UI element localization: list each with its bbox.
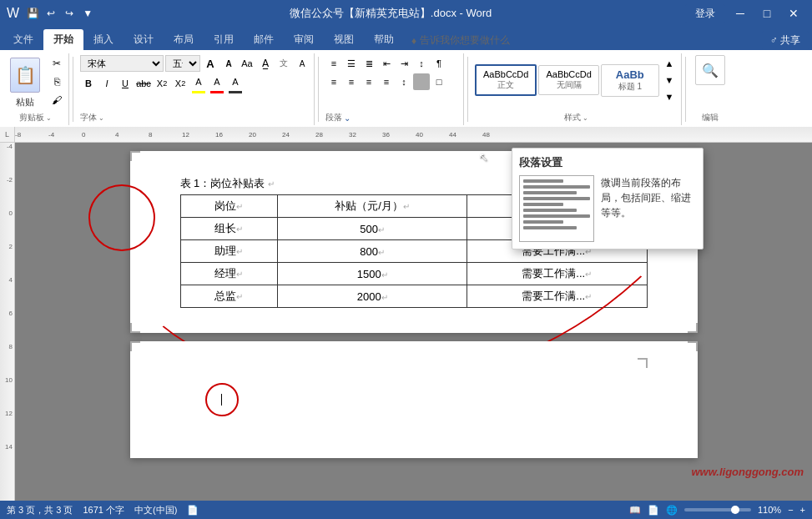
search-button[interactable]: 🔍 [695,55,725,85]
cell-pos-3: 经理↵ [180,263,278,285]
styles-expand-icon[interactable]: ⌄ [583,114,588,122]
zoom-level[interactable]: 110% [758,505,781,515]
change-case-button[interactable]: Aa [239,55,255,72]
wubi-btn[interactable]: 文 [275,55,292,72]
ruler-horizontal[interactable]: -8-404812162024283236404448 [15,127,812,142]
page-corner-bl [130,323,140,333]
paste-label: 粘贴 [16,96,34,108]
increase-indent-button[interactable]: ⇥ [396,55,412,72]
tell-me-input[interactable]: ♦ 告诉我你想要做什么 [404,31,517,50]
view-layout-button[interactable]: 📄 [648,505,659,516]
tab-insert[interactable]: 插入 [83,29,124,50]
italic-button[interactable]: I [98,75,115,92]
sort-button[interactable]: ↕ [413,55,430,72]
subscript-button[interactable]: X2 [154,75,170,92]
align-right-button[interactable]: ≡ [361,73,377,90]
zoom-out-button[interactable]: − [788,505,793,515]
zoom-in-button[interactable]: + [800,505,805,515]
preview-line [523,220,563,224]
font-color2-bar [229,91,242,93]
preview-line [523,203,563,206]
share-button[interactable]: ♂ 共享 [762,31,809,50]
numbered-list-button[interactable]: ☰ [343,55,360,72]
text-highlight-button[interactable]: A [190,73,207,90]
view-web-button[interactable]: 🌐 [666,505,678,516]
format-painter-button[interactable]: 🖌 [48,92,65,108]
paragraph-group-label: 段落 ⌄ [325,110,351,123]
close-button[interactable]: ✕ [782,4,805,23]
shading-button[interactable] [413,73,430,90]
line-spacing-button[interactable]: ↕ [396,73,412,90]
border-button[interactable]: □ [431,73,447,90]
tab-design[interactable]: 设计 [124,29,164,50]
sep4 [685,57,686,122]
tab-references[interactable]: 引用 [204,29,244,50]
multilevel-list-button[interactable]: ≣ [361,55,377,72]
para-mark: ↵ [268,179,275,189]
save-quick-btn[interactable]: 💾 [24,5,41,22]
style-heading1[interactable]: AaBb 标题 1 [601,64,659,97]
justify-button[interactable]: ≡ [378,73,395,90]
undo-quick-btn[interactable]: ↩ [43,5,59,22]
styles-more-button[interactable]: ▼ [661,88,678,105]
clipboard-expand-icon[interactable]: ⌄ [46,114,52,122]
style-no-spacing[interactable]: AaBbCcDd 无间隔 [538,65,598,95]
redo-quick-btn[interactable]: ↪ [61,5,78,22]
title-bar: W 💾 ↩ ↪ ▼ 微信公众号【新精英充电站】.docx - Word 登录 ─… [0,0,812,27]
col-position: 岗位↵ [180,195,278,218]
font-color-wrap: A [209,73,225,93]
bullet-list-button[interactable]: ≡ [325,55,342,72]
title-left: W 💾 ↩ ↪ ▼ [7,5,96,22]
tab-help[interactable]: 帮助 [364,29,404,50]
para-expand-icon[interactable]: ⌄ [344,113,351,123]
tab-file[interactable]: 文件 [3,29,43,50]
tab-mailings[interactable]: 邮件 [244,29,284,50]
copy-button[interactable]: ⎘ [48,73,65,90]
font-size-select[interactable]: 五号 [165,55,200,72]
font-color-button[interactable]: A [209,73,225,90]
document-page-2 [130,341,698,458]
style-normal[interactable]: AaBbCcDd 正文 [475,64,537,96]
tab-layout[interactable]: 布局 [164,29,204,50]
font-color2-button[interactable]: A [227,73,244,90]
show-marks-button[interactable]: ¶ [431,55,447,72]
maximize-button[interactable]: □ [755,4,779,23]
font-grow-button[interactable]: A [202,55,219,72]
tab-home[interactable]: 开始 [43,29,83,50]
styles-container: AaBbCcDd 正文 AaBbCcDd 无间隔 AaBb 标题 1 [475,55,678,105]
title-center: 微信公众号【新精英充电站】.docx - Word [96,6,685,21]
cell-sub-3: 1500↵ [278,263,467,285]
ruler-vertical[interactable]: -4-202468101214 [0,143,15,501]
zoom-slider[interactable] [684,508,751,511]
tab-review[interactable]: 审阅 [284,29,324,50]
text-cursor [221,394,222,406]
qa-dropdown-btn[interactable]: ▼ [79,5,96,22]
page2-corner-tr [688,341,698,351]
align-left-button[interactable]: ≡ [325,73,342,90]
cell-cond-3: 需要工作满...↵ [467,263,647,285]
decrease-indent-button[interactable]: ⇤ [378,55,395,72]
watermark: www.ligonggong.com [691,466,804,478]
align-center-button[interactable]: ≡ [343,73,360,90]
underline-button[interactable]: U [117,75,134,92]
paste-button[interactable]: 📋 [5,56,45,94]
font-shrink-button[interactable]: A [220,55,237,72]
cell-sub-4: 2000↵ [278,285,467,308]
login-button[interactable]: 登录 [685,4,725,23]
cell-cond-4: 需要工作满...↵ [467,285,647,308]
phonetic-btn[interactable]: A [294,55,310,72]
tell-me-label: 告诉我你想要做什么 [420,33,510,48]
styles-up-button[interactable]: ▲ [661,55,678,72]
cut-button[interactable]: ✂ [48,55,65,72]
tab-view[interactable]: 视图 [324,29,364,50]
bold-button[interactable]: B [80,75,97,92]
minimize-button[interactable]: ─ [729,4,752,23]
font-expand-icon[interactable]: ⌄ [98,114,104,122]
styles-down-button[interactable]: ▼ [661,72,678,88]
strikethrough-button[interactable]: abc [135,75,152,92]
clear-format-button[interactable]: A̲ [257,55,274,72]
font-name-select[interactable]: 宋体 [80,55,164,72]
page-corner-tl [130,151,140,161]
view-read-button[interactable]: 📖 [629,505,641,516]
superscript-button[interactable]: X2 [172,75,189,92]
